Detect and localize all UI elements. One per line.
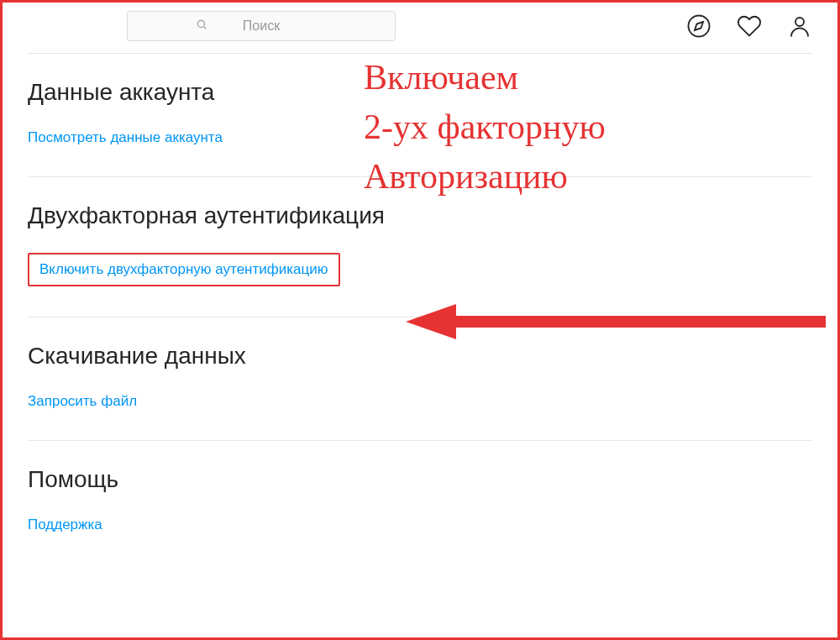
header-bar: [3, 3, 837, 53]
search-wrapper: [127, 11, 396, 41]
enable-two-factor-link[interactable]: Включить двухфакторную аутентификацию: [39, 261, 328, 277]
section-title-help: Помощь: [28, 466, 812, 493]
settings-content: Данные аккаунта Посмотреть данные аккаун…: [3, 53, 837, 554]
header-icons: [686, 13, 812, 39]
svg-marker-3: [695, 22, 703, 30]
section-title-two-factor: Двухфакторная аутентификация: [28, 202, 812, 229]
explore-icon[interactable]: [686, 13, 711, 39]
section-title-download: Скачивание данных: [28, 343, 812, 370]
search-input[interactable]: [127, 11, 396, 41]
section-help: Помощь Поддержка: [28, 440, 812, 554]
app-frame: Данные аккаунта Посмотреть данные аккаун…: [0, 0, 840, 640]
highlight-box: Включить двухфакторную аутентификацию: [28, 253, 340, 286]
section-account-data: Данные аккаунта Посмотреть данные аккаун…: [28, 53, 812, 176]
heart-icon[interactable]: [737, 13, 762, 39]
section-title-account: Данные аккаунта: [28, 79, 812, 106]
view-account-data-link[interactable]: Посмотреть данные аккаунта: [28, 129, 223, 145]
request-file-link[interactable]: Запросить файл: [28, 393, 137, 409]
section-download-data: Скачивание данных Запросить файл: [28, 317, 812, 440]
svg-point-4: [795, 18, 804, 26]
section-two-factor: Двухфакторная аутентификация Включить дв…: [28, 176, 812, 317]
svg-point-2: [689, 15, 710, 36]
support-link[interactable]: Поддержка: [28, 517, 102, 532]
profile-icon[interactable]: [787, 13, 812, 39]
